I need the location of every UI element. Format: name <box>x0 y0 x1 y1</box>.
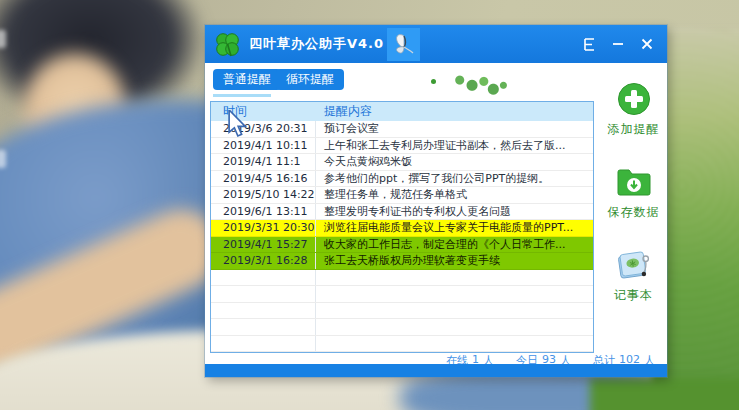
wallpaper-edge-text-mark <box>0 150 6 168</box>
notepad-button[interactable]: 记事本 <box>614 247 653 304</box>
time-cell <box>211 270 316 286</box>
close-icon[interactable] <box>637 34 657 54</box>
content-cell <box>316 303 593 319</box>
table-row[interactable]: 2019/4/5 16:16参考他们的ppt，撰写了我们公司PPT的提纲。 <box>211 171 593 188</box>
table-row[interactable]: 2019/5/10 14:22整理任务单，规范任务单格式 <box>211 187 593 204</box>
wallpaper-grass-corner <box>590 378 739 410</box>
table-row[interactable]: 2019/3/31 20:30浏览往届电能质量会议上专家关于电能质量的PPT..… <box>211 220 593 237</box>
mouse-cursor <box>227 110 251 138</box>
table-row-empty <box>211 270 593 287</box>
add-circle-icon <box>616 81 652 117</box>
content-cell: 上午和张工去专利局办理证书副本，然后去了版... <box>316 138 593 154</box>
time-cell: 2019/3/31 20:30 <box>211 220 316 236</box>
content-cell: 浏览往届电能质量会议上专家关于电能质量的PPT... <box>316 220 593 236</box>
app-window: 四叶草办公助手V4.0 <box>205 25 667 377</box>
time-cell <box>211 286 316 302</box>
content-cell: 今天点黄焖鸡米饭 <box>316 154 593 170</box>
wallpaper-woman-hair <box>0 0 240 150</box>
desktop: 四叶草办公助手V4.0 <box>0 0 739 410</box>
table-row-empty <box>211 286 593 303</box>
notepad-label: 记事本 <box>614 287 653 304</box>
time-cell <box>211 319 316 335</box>
tab-loop-reminders[interactable]: 循环提醒 <box>276 69 344 90</box>
wallpaper-woman-face <box>0 28 150 188</box>
window-controls <box>579 25 657 63</box>
table-row-empty <box>211 319 593 336</box>
wallpaper-woman-arm <box>0 197 234 384</box>
table-row[interactable]: 2019/4/1 10:11上午和张工去专利局办理证书副本，然后去了版... <box>211 138 593 155</box>
window-title: 四叶草办公助手V4.0 <box>249 35 384 53</box>
time-cell <box>211 336 316 352</box>
side-button-panel: 添加提醒 保存数据 <box>600 81 667 330</box>
content-cell <box>316 286 593 302</box>
table-header: 时间 提醒内容 <box>211 102 593 121</box>
time-cell: 2019/4/1 11:1 <box>211 154 316 170</box>
time-cell: 2019/4/5 16:16 <box>211 171 316 187</box>
time-cell: 2019/6/1 13:11 <box>211 204 316 220</box>
content-cell: 收大家的工作日志，制定合理的《个人日常工作... <box>316 237 593 253</box>
table-row-empty <box>211 303 593 320</box>
table-row[interactable]: 2019/4/1 11:1今天点黄焖鸡米饭 <box>211 154 593 171</box>
clover-icon <box>214 31 241 58</box>
content-cell <box>316 319 593 335</box>
wallpaper-edge-text-mark <box>0 30 6 48</box>
content-cell: 预订会议室 <box>316 121 593 137</box>
tab-normal-reminders[interactable]: 普通提醒 <box>213 69 281 90</box>
active-tab-underline <box>213 94 271 97</box>
add-reminder-button[interactable]: 添加提醒 <box>608 81 660 138</box>
table-row[interactable]: 2019/3/6 20:31预订会议室 <box>211 121 593 138</box>
content-cell: 整理发明专利证书的专利权人更名问题 <box>316 204 593 220</box>
table-row[interactable]: 2019/4/1 15:27收大家的工作日志，制定合理的《个人日常工作... <box>211 237 593 254</box>
add-reminder-label: 添加提醒 <box>608 121 660 138</box>
clover-dot-decoration <box>431 79 436 84</box>
table-body: 2019/3/6 20:31预订会议室2019/4/1 10:11上午和张工去专… <box>211 121 593 352</box>
title-bar: 四叶草办公助手V4.0 <box>205 25 667 63</box>
time-cell <box>211 303 316 319</box>
butterfly-logo <box>387 28 420 61</box>
table-row[interactable]: 2019/3/1 16:28张工去天桥版权局办理软著变更手续 <box>211 253 593 270</box>
window-bottom-bar <box>205 364 667 377</box>
reminder-table: 时间 提醒内容 2019/3/6 20:31预订会议室2019/4/1 10:1… <box>210 101 594 353</box>
tab-bar: 普通提醒 循环提醒 <box>205 63 667 101</box>
clover-cluster-decoration <box>453 71 509 97</box>
time-cell: 2019/4/1 15:27 <box>211 237 316 253</box>
skin-panel-icon[interactable] <box>579 34 599 54</box>
content-cell <box>316 270 593 286</box>
save-folder-icon <box>616 164 652 200</box>
save-data-button[interactable]: 保存数据 <box>608 164 660 221</box>
notebook-icon <box>616 247 652 283</box>
column-header-content: 提醒内容 <box>316 102 593 121</box>
table-row-empty <box>211 336 593 353</box>
table-row[interactable]: 2019/6/1 13:11整理发明专利证书的专利权人更名问题 <box>211 204 593 221</box>
save-data-label: 保存数据 <box>608 204 660 221</box>
content-cell: 参考他们的ppt，撰写了我们公司PPT的提纲。 <box>316 171 593 187</box>
time-cell: 2019/5/10 14:22 <box>211 187 316 203</box>
minimize-icon[interactable] <box>608 34 628 54</box>
time-cell: 2019/3/1 16:28 <box>211 253 316 269</box>
content-cell: 张工去天桥版权局办理软著变更手续 <box>316 253 593 269</box>
content-cell <box>316 336 593 352</box>
content-cell: 整理任务单，规范任务单格式 <box>316 187 593 203</box>
time-cell: 2019/4/1 10:11 <box>211 138 316 154</box>
